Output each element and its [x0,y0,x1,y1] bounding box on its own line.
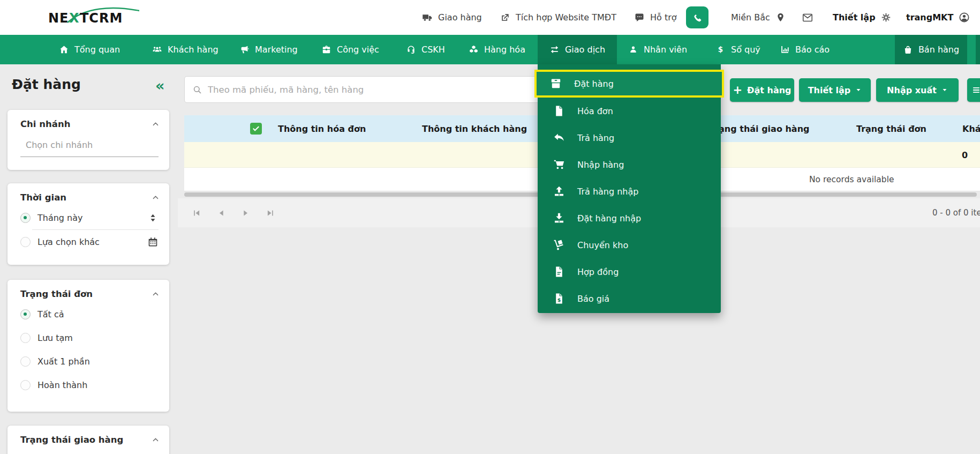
radio-unselected[interactable] [20,237,31,247]
logo-text-left: NE [48,11,69,26]
bars-icon [971,85,980,95]
filter-card-header[interactable]: Thời gian [7,183,169,206]
select-all-checkbox[interactable] [250,123,262,135]
contract-icon [553,265,566,278]
filter-card-title: Thời gian [20,192,66,203]
radio-label: Hoàn thành [37,380,159,390]
user-menu[interactable]: trangMKT [906,0,970,35]
dropdown-item-4[interactable]: Nhập hàng [538,151,721,178]
radio-option[interactable]: Tất cả [7,302,169,326]
nav-item-9[interactable]: $Sổ quỹ [715,35,760,64]
radio-selected[interactable] [20,309,31,319]
nav-item-10[interactable]: Báo cáo [780,35,830,64]
dropdown-item-label: Trả hàng [577,133,614,143]
summary-value: 0 [962,142,968,168]
filter-card-3: Trạng thái đơnTất cảLưu tạmXuất 1 phầnHo… [7,280,169,412]
nav-item-2[interactable]: Khách hàng [152,35,218,64]
table-menu-button[interactable] [967,78,980,102]
nav-item-3[interactable]: Marketing [239,35,298,64]
nextcrm-logo[interactable]: NE X TCRM [46,6,141,31]
user-icon [628,44,638,55]
region-label: Miền Bắc [731,12,770,23]
radio-option[interactable]: Xuất 1 phần [7,349,169,373]
dropdown-item-9[interactable]: $Báo giá [538,285,721,312]
page-first-icon[interactable] [192,209,201,218]
toolbar-button-label: Đặt hàng [747,85,791,95]
dropdown-item-label: Báo giá [577,294,609,304]
filter-card-title: Chi nhánh [20,119,70,129]
filter-card-4: Trạng thái giao hàng [7,426,169,454]
column-header-4: Trạng thái đơn [856,115,926,142]
dropdown-item-2[interactable]: Hóa đơn [538,98,721,124]
dropdown-item-label: Hóa đơn [577,106,613,116]
caret-down-icon [941,87,948,93]
filter-card-title: Trạng thái đơn [20,289,93,299]
nav-item-label: Bán hàng [918,44,959,55]
nav-item-7[interactable]: Giao dịch [538,35,617,64]
radio-label: Tháng này [37,213,140,223]
topbar-link-2[interactable]: Tích hợp Website TMĐT [500,0,616,35]
column-header-2: Thông tin khách hàng [422,115,527,142]
radio-option[interactable]: Tháng này [7,206,169,229]
settings-button[interactable]: Thiết lập [833,0,891,35]
radio-unselected[interactable] [20,333,31,343]
dropdown-item-5[interactable]: Trả hàng nhập [538,178,721,205]
toolbar-button-2[interactable]: Thiết lập [799,78,871,102]
radio-option[interactable]: Lựa chọn khác [7,230,169,254]
nav-item-11[interactable]: Bán hàng [895,35,967,64]
radio-selected[interactable] [20,213,31,223]
page-next-icon[interactable] [241,209,250,218]
filter-card-2: Thời gianTháng nàyLựa chọn khác [7,183,169,265]
sort-icon[interactable] [147,212,159,224]
radio-option[interactable]: Lưu tạm [7,326,169,349]
nav-item-label: Marketing [255,44,298,55]
dropdown-item-3[interactable]: Trả hàng [538,124,721,151]
dropdown-item-8[interactable]: Hợp đồng [538,258,721,285]
filter-card-header[interactable]: Chi nhánh [7,110,169,132]
bullhorn-icon [239,44,250,55]
nav-item-1[interactable]: Tổng quan [59,35,120,64]
dropdown-item-6[interactable]: Đặt hàng nhập [538,205,721,232]
topbar: NE X TCRM Giao hàngTích hợp Website TMĐT… [0,0,980,35]
empty-message: No records available [809,168,894,191]
calendar-icon[interactable] [147,236,159,248]
nav-item-label: Báo cáo [795,44,830,55]
chevron-up-icon [152,290,160,298]
topbar-link-3[interactable]: Hỗ trợ [634,0,677,35]
radio-unselected[interactable] [20,380,31,390]
radio-option[interactable]: Hoàn thành [7,373,169,397]
dropdown-item-label: Đặt hàng nhập [577,213,641,224]
phone-button[interactable] [686,6,708,28]
filter-card-header[interactable]: Trạng thái đơn [7,280,169,302]
nav-item-8[interactable]: Nhân viên [628,35,687,64]
users-icon [152,44,162,55]
nav-item-label: Tổng quan [74,44,120,55]
nav-item-label: Giao dịch [565,44,605,55]
truck-icon [422,12,433,23]
branch-select[interactable]: Chọn chi nhánh [20,140,159,157]
svg-text:$: $ [718,46,723,54]
dropdown-item-label: Trả hàng nhập [577,187,638,197]
cubes-icon [469,44,479,55]
toolbar-button-1[interactable]: +Đặt hàng [730,78,794,102]
user-circle-icon [959,12,970,23]
dropdown-item-1[interactable]: Đặt hàng [534,70,724,98]
topbar-link-label: Hỗ trợ [650,12,677,23]
region-selector[interactable]: Miền Bắc [731,0,786,35]
sidebar-collapse-button[interactable]: « [155,78,164,93]
chevron-up-icon [152,193,160,202]
page-last-icon[interactable] [266,209,275,218]
dropdown-item-7[interactable]: Chuyển kho [538,232,721,258]
topbar-link-1[interactable]: Giao hàng [422,0,482,35]
nav-item-4[interactable]: Công việc [321,35,379,64]
radio-unselected[interactable] [20,356,31,367]
caret-down-icon [855,87,862,93]
check-icon [252,124,260,133]
filter-card-header[interactable]: Trạng thái giao hàng [7,426,169,448]
mail-button[interactable] [802,0,813,35]
nav-item-5[interactable]: CSKH [406,35,445,64]
toolbar-button-3[interactable]: Nhập xuất [876,78,959,102]
page-prev-icon[interactable] [217,209,226,218]
nav-item-6[interactable]: Hàng hóa [469,35,525,64]
giao-dich-dropdown-menu: Đặt hàngHóa đơnTrả hàngNhập hàngTrả hàng… [538,64,721,313]
